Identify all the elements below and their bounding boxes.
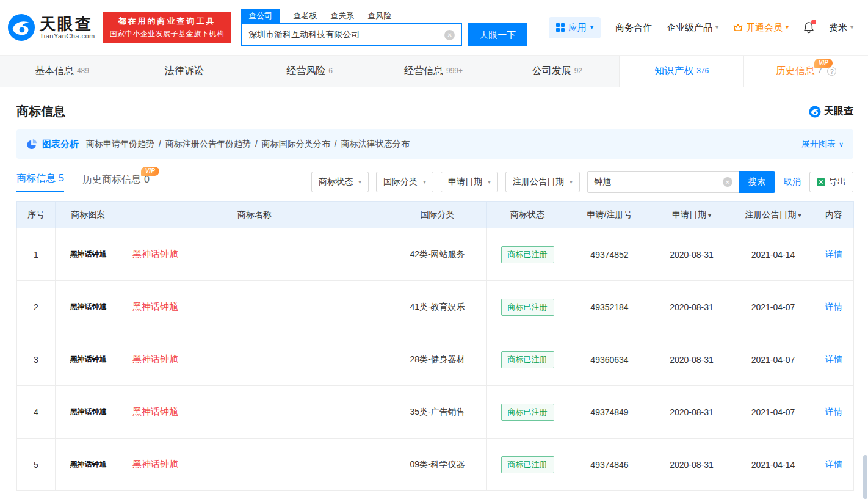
apps-grid-icon [556, 23, 565, 32]
tab-legal-litigation[interactable]: 法律诉讼 [124, 56, 248, 87]
chart-analysis-label[interactable]: 图表分析 [42, 139, 79, 150]
vip-badge: VIP [814, 59, 833, 68]
row-number: 4 [34, 407, 38, 417]
tab-history-info[interactable]: VIP 历史信息 7 ? [743, 56, 868, 87]
notification-bell[interactable] [803, 21, 814, 34]
search-submit-button[interactable]: 天眼一下 [468, 23, 527, 46]
chevron-down-icon: ∨ [839, 141, 844, 148]
link-intl-class-distribution[interactable]: 商标国际分类分布 [262, 139, 330, 150]
clear-icon[interactable]: ✕ [444, 30, 455, 40]
col-serial: 序号 [17, 202, 56, 228]
brand-name: 天眼查 [40, 15, 95, 33]
filter-intl-class[interactable]: 国际分类 ▾ [376, 172, 433, 192]
tab-operation-info[interactable]: 经营信息 999+ [372, 56, 496, 87]
company-search-value: 深圳市游科互动科技有限公司 [248, 29, 360, 40]
detail-link[interactable]: 详情 [825, 459, 842, 469]
apply-date-value: 2020-08-31 [670, 355, 714, 365]
subtab-and-filter-row: 商标信息5 历史商标信息0 VIP 商标状态 ▾ 国际分类 ▾ 申请日期 [16, 171, 853, 193]
intl-class-value: 35类-广告销售 [410, 407, 465, 417]
trademark-name-link[interactable]: 黑神话钟馗 [132, 459, 178, 469]
nav-apps[interactable]: 应用 ▾ [549, 17, 601, 38]
company-tabbar: 基本信息 489 法律诉讼 经营风险 6 经营信息 999+ 公司发展 92 知… [0, 55, 868, 87]
export-button[interactable]: 导出 [809, 172, 853, 192]
row-number: 5 [34, 460, 38, 470]
tianyancha-watermark: 天眼查 [809, 105, 853, 118]
filter-apply-date[interactable]: 申请日期 ▾ [441, 172, 498, 192]
trademark-image[interactable]: 黑神话钟馗 [56, 302, 121, 312]
tab-operation-risk[interactable]: 经营风险 6 [248, 56, 372, 87]
trademark-search-button[interactable]: 搜索 [739, 171, 775, 193]
company-search-input[interactable]: 深圳市游科互动科技有限公司 ✕ [241, 23, 462, 46]
clear-icon[interactable]: ✕ [723, 177, 732, 187]
table-row: 1 黑神话钟馗 黑神话钟馗 42类-网站服务 商标已注册 49374852 20… [17, 228, 854, 281]
scrollbar-thumb[interactable] [863, 455, 867, 499]
trademark-image[interactable]: 黑神话钟馗 [56, 407, 121, 417]
section-head: 商标信息 天眼查 [16, 103, 853, 120]
expand-charts-button[interactable]: 展开图表 ∨ [801, 139, 844, 150]
trademark-search-input[interactable]: 钟馗 ✕ [587, 171, 739, 193]
subtab-history-trademark-info[interactable]: 历史商标信息0 VIP [82, 173, 150, 192]
trademark-image[interactable]: 黑神话钟馗 [56, 459, 121, 470]
nav-apps-label: 应用 [568, 22, 587, 34]
trademark-name-link[interactable]: 黑神话钟馗 [132, 301, 178, 311]
tab-company-development[interactable]: 公司发展 92 [495, 56, 619, 87]
chart-trend-links: 商标申请年份趋势 / 商标注册公告年份趋势 / 商标国际分类分布 / 商标法律状… [86, 139, 410, 150]
filter-trademark-status[interactable]: 商标状态 ▾ [311, 172, 369, 192]
col-trademark-name: 商标名称 [121, 202, 388, 228]
tab-basic-info[interactable]: 基本信息 489 [0, 56, 124, 87]
tab-intellectual-property[interactable]: 知识产权 376 [619, 56, 743, 87]
tianyancha-logo-icon-small [809, 106, 821, 118]
search-tab-company[interactable]: 查公司 [241, 9, 280, 23]
search-tab-risk[interactable]: 查风险 [367, 10, 391, 21]
link-legal-status-distribution[interactable]: 商标法律状态分布 [341, 139, 410, 150]
link-pub-year-trend[interactable]: 商标注册公告年份趋势 [165, 139, 251, 150]
row-number: 1 [34, 250, 38, 260]
trademark-name-link[interactable]: 黑神话钟馗 [132, 249, 178, 259]
col-reg-number: 申请/注册号 [568, 202, 651, 228]
nav-open-vip[interactable]: 开通会员 ▾ [733, 22, 789, 34]
nav-cooperation-label: 商务合作 [615, 22, 652, 34]
status-badge: 商标已注册 [501, 456, 554, 473]
watermark-text: 天眼查 [824, 105, 853, 118]
separator: / [335, 139, 337, 150]
cancel-link[interactable]: 取消 [784, 177, 801, 188]
sort-icon: ▾ [708, 212, 711, 219]
trademark-image[interactable]: 黑神话钟馗 [56, 354, 121, 365]
trademark-name-link[interactable]: 黑神话钟馗 [132, 354, 178, 364]
help-icon[interactable]: ? [827, 67, 836, 76]
detail-link[interactable]: 详情 [825, 354, 842, 364]
detail-link[interactable]: 详情 [825, 249, 842, 259]
apply-date-value: 2020-08-31 [670, 302, 714, 312]
link-apply-year-trend[interactable]: 商标申请年份趋势 [86, 139, 154, 150]
excel-icon [817, 177, 825, 187]
reg-number-value: 49352184 [590, 302, 628, 312]
nav-enterprise-products[interactable]: 企业级产品 ▾ [667, 22, 718, 34]
nav-vip-label: 开通会员 [746, 22, 783, 34]
search-tab-boss[interactable]: 查老板 [293, 10, 317, 21]
col-apply-date-sort[interactable]: 申请日期▾ [651, 202, 732, 228]
trademark-image[interactable]: 黑神话钟馗 [56, 249, 121, 260]
search-tab-relation[interactable]: 查关系 [330, 10, 354, 21]
chart-analysis-icon [26, 139, 37, 150]
header-search-area: 查公司 查老板 查关系 查风险 深圳市游科互动科技有限公司 ✕ 天眼一下 [241, 9, 527, 46]
col-action: 内容 [814, 202, 854, 228]
section-title: 商标信息 [16, 103, 65, 120]
table-row: 3 黑神话钟馗 黑神话钟馗 28类-健身器材 商标已注册 49360634 20… [17, 333, 854, 386]
subtab-trademark-info[interactable]: 商标信息5 [16, 172, 64, 192]
search-row: 深圳市游科互动科技有限公司 ✕ 天眼一下 [241, 23, 527, 46]
nav-user[interactable]: 费米 ▾ [829, 22, 853, 34]
nav-business-cooperation[interactable]: 商务合作 [615, 22, 652, 34]
nav-enterprise-label: 企业级产品 [667, 22, 712, 34]
col-pub-date-sort[interactable]: 注册公告日期▾ [732, 202, 814, 228]
detail-link[interactable]: 详情 [825, 302, 842, 311]
detail-link[interactable]: 详情 [825, 407, 842, 417]
status-badge: 商标已注册 [501, 246, 554, 263]
chevron-down-icon: ▾ [786, 24, 789, 31]
header: 天眼查 TianYanCha.com 都在用的商业查询工具 国家中小企业发展子基… [0, 0, 868, 55]
top-navigation: 应用 ▾ 商务合作 企业级产品 ▾ 开通会员 ▾ [549, 17, 853, 38]
tianyancha-logo[interactable]: 天眼查 TianYanCha.com [7, 13, 95, 42]
trademark-search: 钟馗 ✕ 搜索 [587, 171, 775, 193]
trademark-name-link[interactable]: 黑神话钟馗 [132, 406, 178, 417]
brand-domain: TianYanCha.com [40, 32, 95, 40]
filter-pub-date[interactable]: 注册公告日期 ▾ [505, 172, 580, 192]
